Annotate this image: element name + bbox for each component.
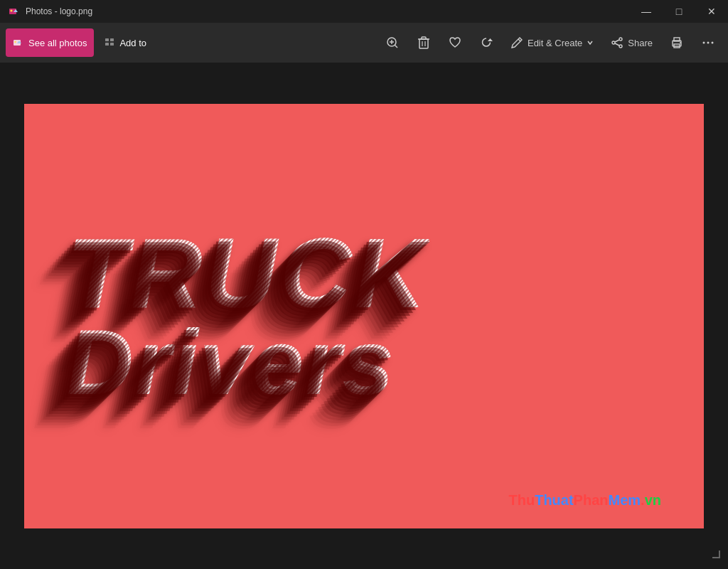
svg-point-29 [680, 42, 681, 43]
svg-point-30 [703, 42, 705, 44]
edit-create-icon [510, 36, 523, 49]
toolbar: See all photos Add to [0, 23, 728, 63]
watermark-thuat: Thuat [535, 492, 573, 508]
add-to-label: Add to [119, 38, 146, 48]
zoom-in-icon [385, 36, 400, 50]
image-container: TRUCK Drivers ThuThuatPhanMem.vn [24, 104, 704, 528]
watermark-mem: Mem [609, 492, 641, 508]
edit-create-label: Edit & Create [528, 38, 582, 48]
watermark-phan: Phan [574, 492, 609, 508]
delete-icon [417, 36, 431, 50]
svg-line-20 [518, 39, 520, 41]
more-options-button[interactable] [694, 28, 722, 57]
svg-line-13 [395, 46, 397, 48]
resize-handle[interactable] [708, 546, 721, 562]
delete-button[interactable] [410, 28, 438, 57]
svg-rect-16 [422, 37, 426, 39]
share-button[interactable]: Share [604, 28, 660, 57]
watermark-vn: vn [645, 492, 661, 508]
photos-app-icon [9, 6, 20, 17]
svg-rect-14 [419, 39, 428, 48]
svg-rect-8 [105, 43, 109, 46]
add-to-icon [104, 37, 115, 48]
svg-rect-6 [105, 38, 109, 41]
maximize-button[interactable]: □ [663, 0, 695, 23]
image-area: TRUCK Drivers ThuThuatPhanMem.vn [0, 63, 728, 569]
watermark-thu: Thu [509, 492, 535, 508]
title-bar-left: Photos - logo.png [9, 6, 92, 17]
svg-marker-19 [488, 38, 493, 41]
rotate-button[interactable] [472, 28, 500, 57]
title-bar-controls: — □ ✕ [630, 0, 728, 23]
share-icon [611, 36, 623, 49]
svg-point-23 [619, 45, 622, 48]
print-button[interactable] [663, 28, 691, 57]
minimize-button[interactable]: — [630, 0, 663, 23]
image-content: TRUCK Drivers [24, 104, 704, 528]
svg-point-21 [619, 38, 622, 41]
edit-create-button[interactable]: Edit & Create [503, 28, 601, 57]
chevron-down-icon [587, 39, 594, 46]
zoom-in-button[interactable] [378, 28, 407, 57]
svg-point-5 [14, 41, 16, 43]
title-bar: Photos - logo.png — □ ✕ [0, 0, 728, 23]
favorite-button[interactable] [441, 28, 469, 57]
window-title: Photos - logo.png [26, 6, 92, 16]
svg-rect-9 [110, 43, 114, 46]
heart-icon [448, 36, 462, 50]
svg-point-32 [712, 42, 714, 44]
svg-point-31 [707, 42, 710, 44]
svg-point-2 [11, 10, 13, 12]
rotate-icon [479, 36, 493, 50]
print-icon [670, 36, 684, 50]
truck-text: TRUCK [67, 223, 429, 323]
svg-point-22 [612, 41, 615, 44]
svg-line-24 [615, 40, 619, 42]
svg-line-25 [615, 43, 619, 46]
more-options-icon [701, 36, 715, 50]
watermark: ThuThuatPhanMem.vn [509, 492, 661, 509]
close-button[interactable]: ✕ [695, 0, 728, 23]
see-all-photos-button[interactable]: See all photos [6, 28, 94, 57]
svg-rect-7 [110, 38, 114, 41]
drivers-text: Drivers [67, 316, 395, 408]
share-label: Share [628, 38, 653, 48]
photos-icon [13, 37, 24, 48]
see-all-photos-label: See all photos [28, 38, 87, 48]
add-to-button[interactable]: Add to [97, 28, 154, 57]
